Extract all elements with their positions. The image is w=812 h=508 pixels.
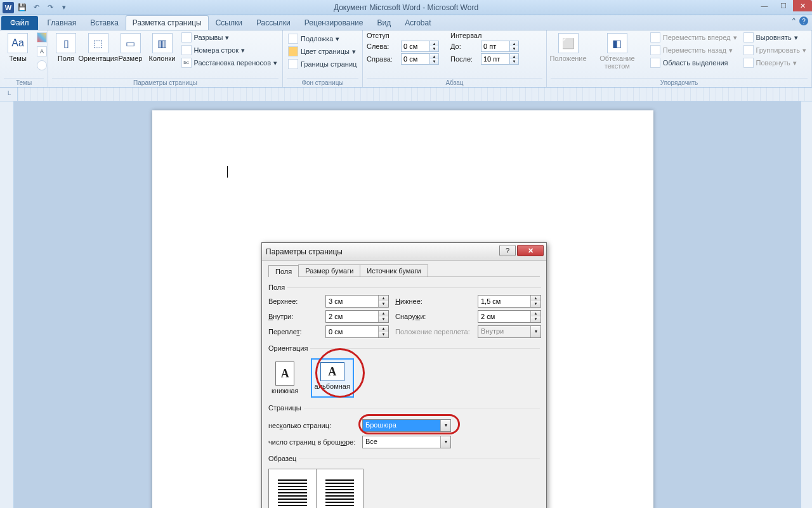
wrap-button: ◧Обтекание текстом bbox=[589, 32, 645, 71]
gutter-label: Переплет: bbox=[268, 328, 319, 335]
tab-acrobat[interactable]: Acrobat bbox=[398, 15, 438, 30]
line-numbers-button[interactable]: Номера строк ▾ bbox=[180, 44, 278, 56]
dialog-tab-paper[interactable]: Размер бумаги bbox=[298, 264, 360, 277]
position-button: ⬜Положение bbox=[551, 32, 586, 63]
window-title: Документ Microsoft Word - Microsoft Word bbox=[0, 3, 812, 12]
page-borders-button[interactable]: Границы страниц bbox=[287, 58, 358, 70]
tab-mailings[interactable]: Рассылки bbox=[249, 15, 298, 30]
tab-review[interactable]: Рецензирование bbox=[298, 15, 370, 30]
orientation-icon: ⬚ bbox=[88, 33, 108, 53]
horizontal-ruler[interactable]: └ bbox=[0, 88, 812, 101]
group-button: Группировать ▾ bbox=[742, 44, 808, 56]
orientation-landscape-button[interactable]: A альбомная bbox=[311, 358, 354, 398]
preview-pane bbox=[268, 469, 363, 508]
group-paragraph-label: Абзац bbox=[367, 78, 542, 87]
theme-fonts-icon[interactable]: A bbox=[36, 46, 48, 57]
align-button[interactable]: Выровнять ▾ bbox=[742, 32, 808, 43]
orientation-portrait-button[interactable]: A книжная bbox=[268, 358, 302, 398]
multiple-pages-label: несколько страниц: bbox=[268, 422, 357, 429]
page-setup-dialog: Параметры страницы ? ✕ Поля Размер бумаг… bbox=[261, 242, 547, 508]
outside-margin-input[interactable]: ▲▼ bbox=[478, 310, 541, 323]
tab-page-layout[interactable]: Разметка страницы bbox=[126, 15, 209, 30]
inside-margin-label: Внутри: bbox=[268, 313, 319, 320]
redo-icon[interactable]: ↷ bbox=[44, 2, 56, 13]
watermark-button[interactable]: Подложка ▾ bbox=[287, 33, 358, 44]
gutter-position-label: Положение переплета: bbox=[395, 328, 471, 335]
top-margin-input[interactable]: ▲▼ bbox=[325, 295, 389, 308]
text-cursor bbox=[227, 166, 228, 178]
dialog-tab-margins[interactable]: Поля bbox=[268, 265, 299, 277]
dialog-titlebar[interactable]: Параметры страницы ? ✕ bbox=[262, 243, 546, 261]
ribbon: Aa Темы A Темы ▯Поля ⬚Ориентация ▭Размер… bbox=[0, 30, 812, 88]
ribbon-tabs: Файл Главная Вставка Разметка страницы С… bbox=[0, 15, 812, 30]
tab-references[interactable]: Ссылки bbox=[209, 15, 249, 30]
tab-view[interactable]: Вид bbox=[370, 15, 398, 30]
dialog-help-button[interactable]: ? bbox=[499, 245, 516, 256]
spacing-before-label: До: bbox=[450, 42, 478, 50]
group-page-bg-label: Фон страницы bbox=[287, 78, 358, 87]
dialog-title: Параметры страницы bbox=[266, 247, 343, 256]
hyphenation-button[interactable]: bcРасстановка переносов ▾ bbox=[180, 57, 278, 68]
vertical-ruler[interactable] bbox=[0, 101, 14, 508]
margins-icon: ▯ bbox=[56, 33, 76, 53]
position-icon: ⬜ bbox=[558, 33, 579, 53]
theme-effects-icon[interactable] bbox=[36, 60, 48, 71]
group-arrange-label: Упорядочить bbox=[551, 78, 808, 87]
margins-button[interactable]: ▯Поля bbox=[52, 32, 80, 63]
spacing-after-label: После: bbox=[450, 55, 478, 63]
ruler-corner-icon[interactable]: └ bbox=[0, 88, 18, 101]
bottom-margin-input[interactable]: ▲▼ bbox=[478, 295, 541, 308]
undo-icon[interactable]: ↶ bbox=[30, 2, 42, 13]
size-button[interactable]: ▭Размер bbox=[117, 32, 145, 63]
sheets-per-booklet-label: число страниц в брошюре: bbox=[268, 438, 357, 446]
selection-pane-button[interactable]: Область выделения bbox=[649, 57, 738, 68]
indent-right-label: Справа: bbox=[367, 55, 398, 63]
spacing-after-spinner[interactable]: ▲▼ bbox=[481, 53, 519, 65]
dialog-tab-source[interactable]: Источник бумаги bbox=[360, 264, 428, 277]
bring-forward-button: Переместить вперед ▾ bbox=[649, 32, 738, 43]
multiple-pages-combo[interactable]: Брошюра▾ bbox=[362, 419, 451, 432]
outside-margin-label: Снаружи: bbox=[395, 313, 471, 320]
portrait-icon: A bbox=[275, 361, 294, 386]
send-backward-button: Переместить назад ▾ bbox=[649, 44, 738, 56]
themes-button[interactable]: Aa Темы bbox=[4, 32, 32, 63]
spacing-before-spinner[interactable]: ▲▼ bbox=[481, 41, 519, 52]
ribbon-minimize-icon[interactable]: ^ bbox=[792, 16, 796, 25]
close-button[interactable]: ✕ bbox=[793, 0, 812, 11]
qat-more-icon[interactable]: ▾ bbox=[58, 2, 70, 13]
page-color-button[interactable]: Цвет страницы ▾ bbox=[287, 46, 358, 57]
columns-button[interactable]: ▥Колонки bbox=[148, 32, 176, 63]
quick-access-toolbar: W 💾 ↶ ↷ ▾ bbox=[3, 2, 70, 13]
help-icon[interactable]: ? bbox=[799, 16, 808, 25]
title-bar: W 💾 ↶ ↷ ▾ Документ Microsoft Word - Micr… bbox=[0, 0, 812, 15]
breaks-button[interactable]: Разрывы ▾ bbox=[180, 32, 278, 43]
minimize-button[interactable]: — bbox=[755, 0, 774, 11]
group-themes-label: Темы bbox=[4, 78, 44, 87]
word-icon: W bbox=[3, 2, 14, 13]
rotate-button: Повернуть ▾ bbox=[742, 57, 808, 68]
top-margin-label: Верхнее: bbox=[268, 297, 319, 305]
tab-home[interactable]: Главная bbox=[41, 15, 84, 30]
gutter-input[interactable]: ▲▼ bbox=[325, 325, 389, 338]
save-icon[interactable]: 💾 bbox=[16, 2, 28, 13]
indent-left-spinner[interactable]: ▲▼ bbox=[401, 41, 439, 52]
document-workspace: Параметры страницы ? ✕ Поля Размер бумаг… bbox=[0, 101, 812, 508]
dialog-tabs: Поля Размер бумаги Источник бумаги bbox=[268, 264, 540, 277]
indent-right-spinner[interactable]: ▲▼ bbox=[401, 53, 439, 65]
tab-file[interactable]: Файл bbox=[1, 16, 38, 30]
wrap-icon: ◧ bbox=[607, 33, 627, 53]
orientation-button[interactable]: ⬚Ориентация bbox=[84, 32, 113, 63]
size-icon: ▭ bbox=[121, 33, 141, 53]
theme-colors-icon[interactable] bbox=[36, 32, 48, 43]
maximize-button[interactable]: ☐ bbox=[774, 0, 793, 11]
tab-insert[interactable]: Вставка bbox=[83, 15, 126, 30]
dialog-close-button[interactable]: ✕ bbox=[517, 245, 544, 256]
group-page-setup-label: Параметры страницы bbox=[52, 78, 278, 87]
sheets-per-booklet-combo[interactable]: Все▾ bbox=[362, 436, 451, 448]
gutter-position-combo: Внутри▾ bbox=[478, 325, 541, 338]
themes-icon: Aa bbox=[8, 33, 28, 53]
columns-icon: ▥ bbox=[152, 33, 173, 53]
inside-margin-input[interactable]: ▲▼ bbox=[325, 310, 389, 323]
vertical-scrollbar[interactable] bbox=[801, 101, 812, 508]
window-buttons: — ☐ ✕ bbox=[755, 0, 812, 11]
